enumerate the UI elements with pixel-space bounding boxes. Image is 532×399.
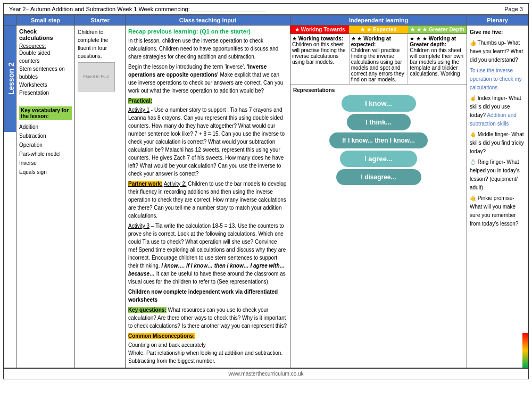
- ring-icon: 💍: [470, 159, 476, 165]
- svg-text:Fluent in Four: Fluent in Four: [83, 74, 110, 79]
- resources-list: Double sided counters Stem sentences on …: [19, 49, 72, 97]
- resource-item: Double sided counters: [19, 49, 72, 65]
- col-header-class: Class teaching input: [126, 15, 290, 26]
- resource-item: Stem sentences on bubbles: [19, 65, 72, 81]
- plenary-body: Give me five: 👍 Thumbs up- What have you…: [470, 28, 525, 228]
- main-table: Small step Starter Class teaching input …: [4, 15, 528, 368]
- activity1-label: Activity 1: [128, 107, 149, 113]
- representations-title: Representations: [293, 87, 464, 93]
- pinkie-icon: 🤙: [470, 195, 476, 201]
- plenary-item-ring: 💍 Ring finger- What helped you in today'…: [470, 158, 525, 192]
- col-header-starter: Starter: [75, 15, 126, 26]
- plenary-item-pinkie: 🤙 Pinkie promise- What will you make sur…: [470, 194, 525, 228]
- speech-bubbles: I know... I think... If I know... then I…: [293, 95, 464, 185]
- plenary-item-thumbs: 👍 Thumbs up- What have you learnt? What …: [470, 39, 525, 64]
- misconception-item: Counting on and back accurately: [128, 341, 287, 349]
- plenary-title: Give me five:: [470, 29, 503, 35]
- col-header-plenary: Plenary: [467, 15, 528, 26]
- misconception-item: Whole: Part relationship when looking at…: [128, 349, 287, 357]
- small-step-title: Check calculations: [19, 28, 72, 41]
- greater-depth-header: ★ ★ ★ Greater Depth: [408, 26, 467, 34]
- wt-text: Children on this sheet will practise fin…: [292, 41, 346, 65]
- vocab-item: Inverse: [19, 159, 72, 168]
- starter-image: Fluent in Four: [78, 62, 115, 92]
- misconceptions-list: Counting on and back accurately Whole: P…: [128, 341, 287, 365]
- vocab-list: Addition Subtraction Operation Part-whol…: [19, 122, 72, 177]
- footer-url: www.masterthecurriculum.co.uk: [228, 371, 303, 377]
- working-towards-header: ★ Working Towards: [290, 26, 349, 34]
- bubble-disagree: I disagree...: [336, 169, 421, 185]
- resource-item: Worksheets: [19, 81, 72, 89]
- activity3-p: Activity 3 – Tia write the calculation 1…: [128, 222, 287, 286]
- corner-flag: [522, 333, 528, 368]
- key-vocab-label: Key vocabulary for the lesson:: [19, 106, 72, 120]
- vocab-item: Addition: [19, 122, 72, 131]
- activity3-label: Activity 3: [128, 223, 149, 229]
- independent-label: Children now complete independent work v…: [128, 289, 278, 303]
- representations-area: Representations I know... I think... If …: [290, 85, 467, 188]
- activity1-p: Activity 1 - Use a number story to suppo…: [128, 106, 287, 178]
- wt-title: Working towards:: [298, 36, 343, 41]
- col-header-small-step: Small step: [16, 15, 75, 26]
- class-intro-p: In this lesson, children use the inverse…: [128, 37, 287, 61]
- resource-item: Presentation: [19, 89, 72, 97]
- resources-label: Resources:: [19, 43, 72, 49]
- plenary-item-middle: 🖕 Middle finger- What skills did you fin…: [470, 130, 525, 156]
- practical-label: Practical:: [128, 98, 152, 104]
- vocab-item: Subtraction: [19, 131, 72, 140]
- page-number: Page 3: [504, 6, 523, 12]
- exp-text: Children will practise finding the inver…: [351, 47, 404, 82]
- index-icon: ☝: [470, 95, 476, 101]
- independent-label-p: Children now complete independent work v…: [128, 288, 287, 304]
- practical-label-p: Practical:: [128, 97, 287, 105]
- small-step-cell: Check calculations Resources: Double sid…: [16, 26, 75, 368]
- starter-svg: Fluent in Four: [78, 63, 114, 91]
- activity2-label: Activity 2:: [164, 181, 187, 187]
- gd-text: Children on this sheet will complete the…: [410, 47, 463, 77]
- gd-star-icons: ★ ★ ★: [410, 36, 427, 41]
- class-teaching-cell: Recap previous learning: (Q1 on the star…: [126, 26, 290, 368]
- class-intro: In this lesson, children use the inverse…: [128, 37, 287, 365]
- starter-cell: Children to complete the fluent in four …: [75, 26, 126, 368]
- expected-header: ★ ★ Expected: [349, 26, 408, 34]
- para2-start: Begin the lesson by introducing the term…: [128, 64, 247, 70]
- gd-stars: ★ ★ ★: [410, 27, 428, 32]
- partner-label: Partner work:: [128, 181, 162, 187]
- col-header-independent: Independent learning: [290, 15, 467, 26]
- ind-content-row: ★ Working towards: Children on this shee…: [290, 34, 467, 85]
- page-title: Year 2– Autumn Addition and Subtraction …: [9, 6, 267, 12]
- vocab-item: Operation: [19, 140, 72, 149]
- page-wrapper: Year 2– Autumn Addition and Subtraction …: [3, 3, 529, 379]
- activity1-text: - Use a number story to support : Tia ha…: [128, 107, 285, 177]
- activity3-text: – Tia write the calculation 18-5 = 13. U…: [128, 223, 286, 269]
- page-footer: www.masterthecurriculum.co.uk: [4, 368, 528, 379]
- lesson-label: Lesson 2: [4, 26, 16, 132]
- exp-content: ★ ★ Working at expected: Children will p…: [350, 34, 409, 84]
- misconceptions-label: Common Misconceptions:: [128, 333, 195, 339]
- exp-stars: ★ ★: [360, 27, 371, 32]
- key-questions-p: Key questions: What resources can you us…: [128, 306, 287, 330]
- recap-title: Recap previous learning: (Q1 on the star…: [128, 28, 287, 35]
- bubble-know: I know...: [342, 95, 416, 112]
- bubble-agree: I agree...: [340, 151, 417, 167]
- plenary-item-touse: To use the inverse operation to check my…: [470, 66, 525, 92]
- plenary-item-index: ☝ Index finger- What skills did you use …: [470, 94, 525, 128]
- plenary-cell: Give me five: 👍 Thumbs up- What have you…: [467, 26, 528, 368]
- class-para2: Begin the lesson by introducing the term…: [128, 63, 287, 95]
- vocab-item: Part-whole model: [19, 149, 72, 159]
- ind-sub-headers: ★ Working Towards ★ ★ Expected ★ ★ ★ Gre…: [290, 26, 467, 34]
- lesson-label-cell: Lesson 2: [4, 26, 16, 368]
- bubble-think: I think...: [347, 114, 411, 130]
- gd-content: ★ ★ ★ Working at Greater depth: Children…: [408, 34, 467, 84]
- thumbs-icon: 👍: [470, 40, 476, 46]
- key-questions-label: Key questions:: [128, 307, 167, 313]
- plenary-addition-link: Addition and subtraction skills: [470, 112, 517, 127]
- misconception-item: Subtracting from the biggest number.: [128, 357, 287, 365]
- vocab-item: Equals sign: [19, 168, 72, 177]
- exp-star-icons: ★ ★: [351, 36, 362, 41]
- misconceptions-label-p: Common Misconceptions:: [128, 332, 287, 340]
- wt-star: ★: [295, 27, 300, 32]
- activity2-p: Partner work: Activity 2: Children to us…: [128, 180, 287, 220]
- starter-text: Children to complete the fluent in four …: [78, 28, 122, 60]
- wt-content: ★ Working towards: Children on this shee…: [290, 34, 350, 84]
